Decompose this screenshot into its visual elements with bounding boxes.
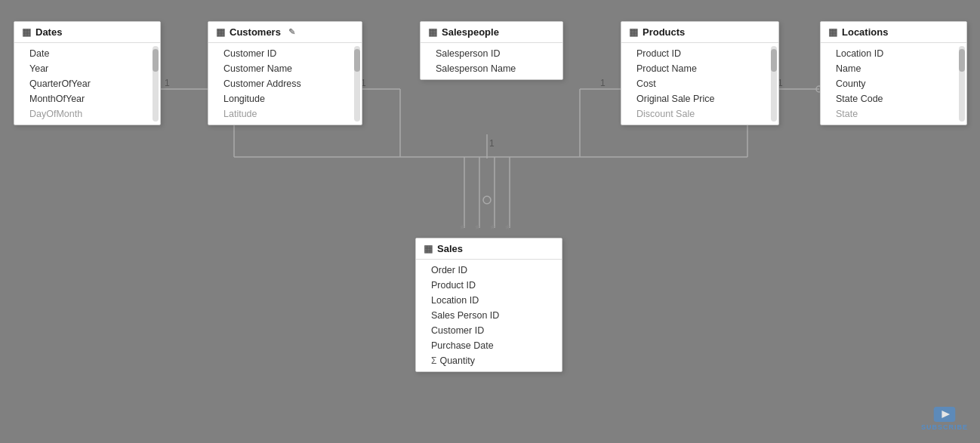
dates-field-year: Year bbox=[14, 61, 160, 76]
customers-scrollbar[interactable] bbox=[354, 46, 360, 122]
sales-field-orderid: Order ID bbox=[416, 263, 562, 278]
dates-scrollbar[interactable] bbox=[153, 46, 159, 122]
sales-table-body: Order ID Product ID Location ID Sales Pe… bbox=[416, 260, 562, 371]
locations-field-id: Location ID bbox=[821, 46, 966, 61]
salespeople-table: ▦ Salespeople Salesperson ID Salesperson… bbox=[420, 21, 563, 80]
locations-table: ▦ Locations Location ID Name County Stat… bbox=[820, 21, 967, 125]
customers-table: ▦ Customers ✎ Customer ID Customer Name … bbox=[208, 21, 362, 125]
products-table-title: Products bbox=[643, 26, 685, 38]
products-field-name: Product Name bbox=[621, 61, 778, 76]
sales-field-customerid: Customer ID bbox=[416, 323, 562, 338]
svg-text:*: * bbox=[505, 223, 510, 236]
dates-field-date: Date bbox=[14, 46, 160, 61]
sales-table: ▦ Sales Order ID Product ID Location ID … bbox=[415, 238, 562, 372]
customers-field-longitude: Longitude bbox=[208, 91, 362, 106]
locations-field-name: Name bbox=[821, 61, 966, 76]
sales-field-productid: Product ID bbox=[416, 278, 562, 293]
dates-field-monthofyear: MonthOfYear bbox=[14, 91, 160, 106]
dates-field-dayofmonth: DayOfMonth bbox=[14, 106, 160, 122]
dates-table-body: Date Year QuarterOfYear MonthOfYear DayO… bbox=[14, 43, 160, 125]
table-icon-sales: ▦ bbox=[424, 243, 433, 254]
svg-point-23 bbox=[483, 196, 491, 204]
subscribe-label: SUBSCRIBE bbox=[921, 423, 968, 431]
subscribe-watermark: SUBSCRIBE bbox=[921, 407, 968, 431]
customers-field-address: Customer Address bbox=[208, 76, 362, 91]
sales-field-quantity: Σ Quantity bbox=[416, 353, 562, 368]
sales-field-locationid: Location ID bbox=[416, 293, 562, 308]
customers-edit-icon[interactable]: ✎ bbox=[288, 27, 295, 37]
salespeople-table-header: ▦ Salespeople bbox=[421, 22, 562, 43]
diagram-canvas: 1 1 1 1 1 * * * * bbox=[0, 0, 980, 443]
dates-field-quarterofyear: QuarterOfYear bbox=[14, 76, 160, 91]
products-table-body: Product ID Product Name Cost Original Sa… bbox=[621, 43, 778, 125]
products-field-discount: Discount Sale bbox=[621, 106, 778, 122]
table-icon-products: ▦ bbox=[629, 26, 638, 38]
sales-table-title: Sales bbox=[437, 243, 463, 254]
products-field-originalprice: Original Sale Price bbox=[621, 91, 778, 106]
locations-scrollbar[interactable] bbox=[959, 46, 965, 122]
locations-table-body: Location ID Name County State Code State bbox=[821, 43, 966, 125]
dates-table: ▦ Dates Date Year QuarterOfYear MonthOfY… bbox=[14, 21, 161, 125]
products-table: ▦ Products Product ID Product Name Cost … bbox=[621, 21, 779, 125]
svg-text:1: 1 bbox=[165, 78, 170, 88]
customers-table-header: ▦ Customers ✎ bbox=[208, 22, 362, 43]
salespeople-table-body: Salesperson ID Salesperson Name bbox=[421, 43, 562, 79]
products-scrollbar[interactable] bbox=[771, 46, 777, 122]
customers-field-name: Customer Name bbox=[208, 61, 362, 76]
table-icon-salespeople: ▦ bbox=[428, 26, 437, 38]
salespeople-field-id: Salesperson ID bbox=[421, 46, 562, 61]
salespeople-field-name: Salesperson Name bbox=[421, 61, 562, 76]
locations-field-state: State bbox=[821, 106, 966, 122]
customers-field-id: Customer ID bbox=[208, 46, 362, 61]
customers-table-title: Customers bbox=[230, 26, 281, 38]
salespeople-table-title: Salespeople bbox=[442, 26, 499, 38]
svg-text:*: * bbox=[460, 223, 464, 236]
table-icon-customers: ▦ bbox=[216, 26, 225, 38]
svg-text:*: * bbox=[490, 223, 495, 236]
svg-text:1: 1 bbox=[600, 78, 606, 88]
svg-text:*: * bbox=[475, 223, 479, 236]
sigma-icon: Σ bbox=[431, 355, 436, 366]
table-icon-locations: ▦ bbox=[828, 26, 837, 38]
sales-field-salespersonid: Sales Person ID bbox=[416, 308, 562, 323]
subscribe-play-icon bbox=[933, 407, 956, 422]
locations-field-statecode: State Code bbox=[821, 91, 966, 106]
customers-field-latitude: Latitude bbox=[208, 106, 362, 122]
locations-field-county: County bbox=[821, 76, 966, 91]
locations-table-title: Locations bbox=[842, 26, 888, 38]
sales-field-purchasedate: Purchase Date bbox=[416, 338, 562, 353]
dates-table-title: Dates bbox=[35, 26, 62, 38]
locations-table-header: ▦ Locations bbox=[821, 22, 966, 43]
dates-table-header: ▦ Dates bbox=[14, 22, 160, 43]
products-table-header: ▦ Products bbox=[621, 22, 778, 43]
customers-table-body: Customer ID Customer Name Customer Addre… bbox=[208, 43, 362, 125]
sales-field-quantity-label: Quantity bbox=[439, 355, 475, 366]
products-field-cost: Cost bbox=[621, 76, 778, 91]
products-field-id: Product ID bbox=[621, 46, 778, 61]
table-icon-dates: ▦ bbox=[22, 26, 31, 38]
sales-table-header: ▦ Sales bbox=[416, 238, 562, 260]
svg-text:1: 1 bbox=[489, 138, 495, 149]
